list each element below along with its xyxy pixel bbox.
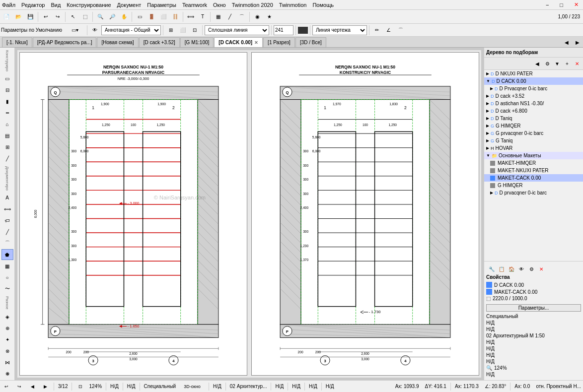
zoom-out-btn[interactable]: 🔎 [107, 11, 118, 22]
menu-window[interactable]: Окно [213, 2, 226, 8]
tree-item-hovar[interactable]: ▶ H HOVAR [484, 144, 583, 152]
tree-item-dcack352[interactable]: ▶ D D cack +3.52 [484, 92, 583, 100]
panel-settings-icon[interactable]: ⚙ [543, 59, 552, 68]
pointer-btn[interactable]: ↖ [68, 11, 78, 22]
draw-line-tool[interactable]: ╱ [1, 226, 13, 237]
pen-color-btn[interactable] [298, 27, 308, 34]
3d-btn[interactable]: ◉ [252, 11, 263, 22]
tree-item-maket-cack[interactable]: MAKET-CACK 0.00 [484, 174, 583, 182]
roof-tool[interactable]: ⌂ [1, 119, 13, 130]
canvas-area[interactable]: NERQIN SAXNOC NU-1 M1:50 PARSURANECAKAN … [15, 48, 484, 380]
draw-fill-tool[interactable]: ▦ [1, 261, 13, 271]
tab-scroll-right[interactable]: ▶ [572, 37, 583, 47]
menu-document[interactable]: Документ [117, 2, 142, 8]
undo-btn[interactable]: ↩ [40, 11, 51, 22]
window-btn[interactable]: ⬜ [158, 11, 169, 22]
panel-collapse-icon[interactable]: ◀ [533, 59, 542, 68]
select-btn[interactable]: ⬚ [79, 11, 90, 22]
pen-btn[interactable]: ✏ [371, 25, 382, 36]
slab-tool[interactable]: ⊟ [1, 85, 13, 96]
tree-item-ghimqer[interactable]: ▶ G G HIMQER [484, 122, 583, 130]
right-drawing[interactable]: NERQIN SAXNOC NU-1 M1:50 KONSTRUKCIY NRV… [251, 52, 479, 376]
status-redo[interactable]: ↪ [15, 382, 24, 391]
window-maximize[interactable]: □ [557, 2, 566, 8]
tree-item-maket-himqer[interactable]: MAKET-HIMQER [484, 159, 583, 167]
status-nav[interactable]: ◀ [28, 382, 37, 391]
arc-btn[interactable]: ⌒ [236, 11, 247, 22]
tree-item-dcack68[interactable]: ▶ D D cack +6.800 [484, 107, 583, 115]
props-icon2[interactable]: 📋 [497, 264, 506, 273]
tree-item-dprvacqner2[interactable]: ▶ D D prvacqner 0-ic barc [484, 189, 583, 196]
text-btn[interactable]: T [197, 11, 208, 22]
default-params-btn[interactable]: ▭▾ [65, 25, 85, 36]
props-icon-close[interactable]: ✕ [537, 264, 546, 273]
status-nav2[interactable]: ▶ [41, 382, 50, 391]
menu-file[interactable]: Файл [2, 2, 15, 8]
params-button[interactable]: Параметры... [486, 304, 581, 312]
dim-tool[interactable]: ⟺ [1, 203, 13, 214]
column-tool[interactable]: ▮ [1, 96, 13, 107]
menu-construct[interactable]: Конструирование [67, 2, 111, 8]
props-icon4[interactable]: 👁 [517, 264, 526, 273]
tree-item-gtaniq[interactable]: ▶ G G Taniq [484, 137, 583, 144]
tree-item-dcack00[interactable]: ▼ D D CACK 0.00 [484, 77, 583, 85]
tab-cack352[interactable]: [D cack +3.52] [139, 37, 180, 47]
tree-item-osnmakety[interactable]: ▼ 📁 Основные Макеты [484, 152, 583, 159]
beam-tool[interactable]: ━ [1, 108, 13, 119]
tab-nkux[interactable]: [-1. Nkux] [2, 37, 32, 47]
redo-btn[interactable]: ↪ [52, 11, 63, 22]
menu-help[interactable]: Помощь [312, 2, 334, 8]
tab-dcack00-close[interactable]: ✕ [254, 40, 258, 45]
wall-tool[interactable]: ▭ [1, 73, 13, 84]
misc6-tool[interactable]: ❋ [1, 368, 13, 379]
menu-view[interactable]: Вид [51, 2, 61, 8]
panel-delete-icon[interactable]: ✕ [573, 59, 582, 68]
door-btn[interactable]: 🚪 [146, 11, 157, 22]
wall-btn[interactable]: ▭ [134, 11, 145, 22]
snap-btn[interactable]: ⊞ [165, 25, 176, 36]
window-close[interactable]: ✕ [572, 1, 581, 8]
dim-btn[interactable]: ⟺ [185, 11, 196, 22]
tree-item-dastichan[interactable]: ▶ D D astichan NS1 -0.30/ [484, 100, 583, 107]
props-icon3[interactable]: 🏠 [507, 264, 516, 273]
menu-editor[interactable]: Редактор [21, 2, 45, 8]
misc2-tool[interactable]: ⊕ [1, 323, 13, 333]
save-btn[interactable]: 💾 [25, 11, 36, 22]
pan-btn[interactable]: ✋ [119, 11, 130, 22]
status-fit[interactable]: ⊡ [76, 382, 85, 391]
panel-filter-icon[interactable]: ▼ [553, 59, 562, 68]
misc3-tool[interactable]: ✦ [1, 334, 13, 345]
misc1-tool[interactable]: ◈ [1, 311, 13, 322]
tree-item-dnkuxi[interactable]: ▶ D D NKUXI PATER [484, 70, 583, 77]
new-btn[interactable]: 📄 [1, 11, 12, 22]
panel-add-icon[interactable]: + [563, 59, 572, 68]
props-icon5[interactable]: ⚙ [527, 264, 536, 273]
annotation-toggle[interactable]: 👁 [89, 25, 100, 36]
annotation-select[interactable]: Аннотация - Общий [101, 25, 161, 35]
menu-twinmotion2020[interactable]: Twinmotion 2020 [232, 2, 273, 8]
tab-gm100[interactable]: [G M1:100] [180, 37, 214, 47]
stair-tool[interactable]: ▤ [1, 131, 13, 141]
misc5-tool[interactable]: ⋈ [1, 357, 13, 368]
tree-item-gprvacqner[interactable]: ▶ G G prvacqner 0-ic barc [484, 130, 583, 137]
tab-razrez[interactable]: [1 Разрез] [263, 37, 295, 47]
line-type-select[interactable]: Сплошная линия [205, 25, 269, 35]
fill-btn[interactable]: ▦ [213, 11, 223, 22]
mesh-tool[interactable]: ⊞ [1, 142, 13, 153]
zoom-in-btn[interactable]: 🔍 [95, 11, 106, 22]
menu-params[interactable]: Параметры [147, 2, 176, 8]
tab-vedomost[interactable]: [РД-АР Ведомость ра...] [33, 37, 97, 47]
stair-btn[interactable]: 🪜 [170, 11, 181, 22]
tab-scroll-left[interactable]: ◀ [561, 37, 572, 47]
label-tool[interactable]: 🏷 [1, 215, 13, 226]
ramp-tool[interactable]: ╱ [1, 153, 13, 164]
misc4-tool[interactable]: ⊗ [1, 345, 13, 356]
tree-item-maket-nkuxi[interactable]: MAKET-NKUXI PATER [484, 167, 583, 174]
grid-btn[interactable]: ⬜ [177, 25, 188, 36]
menu-teamwork[interactable]: Teamwork [182, 2, 207, 8]
tree-item-dprvacqner[interactable]: ▶ D D Prvacqner 0-ic barc [484, 85, 583, 92]
tab-dcack00[interactable]: [D CACK 0.00] ✕ [214, 37, 263, 47]
tree-item-ghimqer2[interactable]: G HIMQER [484, 182, 583, 189]
curve-btn[interactable]: ⌒ [395, 25, 406, 36]
tree-item-dtaniq[interactable]: ▶ D D Taniq [484, 115, 583, 122]
